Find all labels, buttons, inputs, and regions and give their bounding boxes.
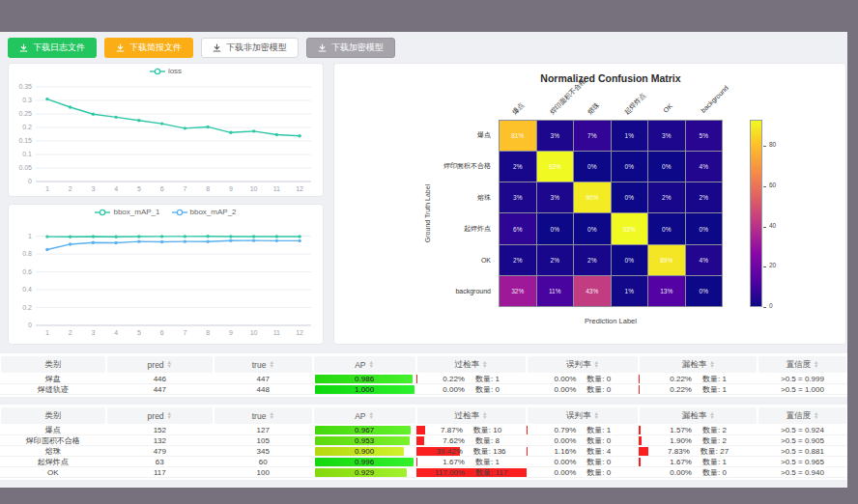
loss-curve-plot: 00.050.10.150.20.250.30.3512345678910111… (9, 64, 323, 196)
dashboard-page: 下载日志文件下载简报文件下载非加密模型下载加密模型 loss00.050.10.… (0, 32, 847, 488)
rate-count: 数量: 0 (586, 457, 611, 466)
legend-label: bbox_mAP_1 (113, 208, 159, 216)
rate-percent: 1.90% (670, 436, 692, 445)
sort-carets-icon: ▲▼ (593, 361, 598, 367)
matrix-row-label: OK (334, 244, 491, 275)
column-header-label: 误判率 (566, 359, 591, 371)
sort-carets-icon: ▲▼ (709, 412, 714, 418)
rate-cell: 0.00%数量: 0 (527, 467, 640, 477)
svg-text:0.1: 0.1 (22, 151, 32, 157)
svg-text:8: 8 (206, 329, 210, 336)
sort-carets-icon: ▲▼ (167, 412, 172, 418)
confidence-cell: >0.5 = 0.881 (758, 446, 847, 456)
pred-cell: 152 (106, 425, 214, 434)
matrix-cell: 3% (537, 182, 574, 212)
svg-text:9: 9 (229, 329, 233, 336)
confusion-matrix-x-axis-label: Prediction Label (585, 317, 637, 325)
colorbar-tick (763, 146, 766, 147)
svg-text:0.6: 0.6 (22, 268, 32, 275)
column-header-置信度[interactable]: 置信度▲▼ (758, 356, 847, 373)
column-header-pred[interactable]: pred▲▼ (106, 356, 214, 373)
rate-percent: 0.22% (670, 385, 692, 394)
svg-text:7: 7 (183, 329, 186, 336)
ap-cell: 0.967 (313, 425, 416, 434)
table-row: OK1171000.929117.00%数量: 1170.00%数量: 00.0… (0, 467, 847, 478)
svg-text:0.05: 0.05 (18, 164, 32, 171)
colorbar-tick-label: 0 (769, 302, 773, 309)
svg-text:11: 11 (273, 185, 280, 192)
column-header-误判率[interactable]: 误判率▲▼ (527, 407, 640, 424)
legend-item-loss[interactable]: loss (150, 67, 182, 75)
column-header-AP[interactable]: AP▲▼ (313, 407, 416, 424)
rate-cell: 0.00%数量: 0 (527, 457, 640, 466)
matrix-row-label: 熔珠 (334, 182, 491, 213)
matrix-cell: 11% (537, 276, 574, 306)
legend-label: bbox_mAP_2 (190, 208, 237, 216)
column-header-漏检率[interactable]: 漏检率▲▼ (639, 407, 758, 424)
ap-cell: 0.900 (313, 446, 416, 456)
svg-text:10: 10 (250, 329, 258, 336)
matrix-cell: 0% (574, 152, 611, 182)
rate-cell: 7.62%数量: 8 (416, 435, 527, 445)
svg-text:0.4: 0.4 (22, 286, 32, 293)
column-header-过检率[interactable]: 过检率▲▼ (416, 407, 527, 424)
matrix-column-label: OK (662, 102, 673, 114)
ap-cell: 0.929 (313, 467, 416, 477)
svg-text:0: 0 (28, 178, 32, 184)
table-row: 熔珠4793450.90039.42%数量: 1361.16%数量: 47.83… (0, 446, 847, 457)
column-header-true[interactable]: true▲▼ (214, 356, 313, 373)
download-log-button[interactable]: 下载日志文件 (8, 38, 97, 58)
button-label: 下载非加密模型 (226, 42, 287, 54)
ap-value: 0.967 (313, 425, 416, 434)
sort-carets-icon: ▲▼ (167, 361, 172, 367)
column-header-AP[interactable]: AP▲▼ (313, 356, 416, 373)
svg-text:12: 12 (296, 185, 303, 192)
svg-text:4: 4 (114, 329, 118, 336)
svg-text:8: 8 (206, 185, 210, 192)
ap-value: 0.900 (313, 446, 416, 456)
rate-percent: 0.00% (555, 458, 577, 466)
column-header-label: true (252, 360, 267, 370)
svg-text:2: 2 (69, 329, 72, 336)
matrix-cell: 0% (612, 245, 648, 275)
column-header-true[interactable]: true▲▼ (214, 407, 313, 424)
bbox-mAP-curves-plot: 00.20.40.60.81123456789101112 (9, 205, 323, 344)
matrix-cell: 81% (500, 121, 536, 151)
legend-item-bbox_mAP_1[interactable]: bbox_mAP_1 (95, 208, 159, 216)
column-header-label: 漏检率 (682, 410, 707, 422)
column-header-误判率[interactable]: 误判率▲▼ (527, 356, 640, 373)
download-report-button[interactable]: 下载简报文件 (104, 38, 193, 58)
rate-percent: 0.00% (555, 385, 577, 394)
matrix-row-label: 起焊炸点 (334, 213, 491, 244)
svg-text:0.8: 0.8 (22, 250, 32, 257)
svg-text:9: 9 (229, 185, 233, 192)
colorbar-tick (763, 266, 766, 267)
column-header-漏检率[interactable]: 漏检率▲▼ (639, 356, 758, 373)
matrix-cell: 7% (574, 121, 611, 151)
column-header-pred[interactable]: pred▲▼ (106, 407, 214, 424)
confidence-cell: >0.5 = 0.924 (758, 425, 847, 434)
column-header-置信度[interactable]: 置信度▲▼ (758, 407, 847, 424)
column-header-label: 过检率 (455, 410, 480, 422)
matrix-cell: 0% (612, 152, 648, 182)
colorbar (750, 120, 762, 307)
matrix-cell: 0% (686, 276, 723, 306)
rate-cell: 0.22%数量: 1 (639, 384, 758, 394)
column-header-label: 类别 (44, 410, 61, 422)
download-encrypted-model-button[interactable]: 下载加密模型 (306, 38, 395, 58)
download-unencrypted-model-button[interactable]: 下载非加密模型 (201, 38, 299, 58)
rate-count: 数量: 0 (586, 467, 611, 477)
table-row: 起焊炸点63600.9961.67%数量: 10.00%数量: 01.67%数量… (0, 457, 847, 467)
matrix-cell: 1% (612, 121, 648, 151)
true-cell: 100 (214, 467, 313, 477)
confusion-matrix-grid: 81%3%7%1%3%5%2%93%0%0%0%4%3%3%90%0%2%2%6… (499, 120, 723, 307)
ap-value: 1.000 (313, 384, 416, 394)
rate-cell: 7.87%数量: 10 (416, 425, 527, 434)
legend-item-bbox_mAP_2[interactable]: bbox_mAP_2 (172, 208, 237, 216)
rate-percent: 0.00% (670, 468, 692, 477)
rate-cell: 0.00%数量: 0 (527, 435, 640, 445)
column-header-过检率[interactable]: 过检率▲▼ (416, 356, 527, 373)
svg-text:5: 5 (137, 185, 141, 192)
ap-value: 0.996 (313, 457, 416, 466)
rate-cell: 7.83%数量: 27 (639, 446, 758, 456)
